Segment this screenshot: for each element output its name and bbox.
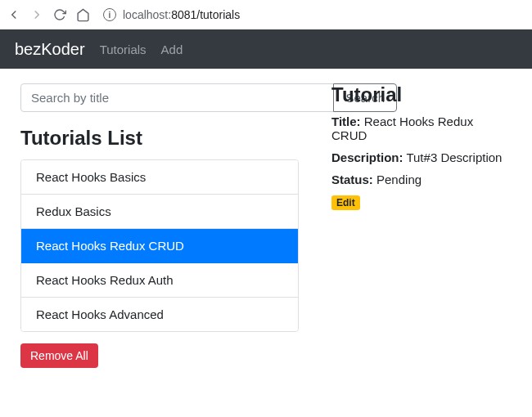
nav-link-tutorials[interactable]: Tutorials [100, 43, 147, 56]
list-item[interactable]: React Hooks Redux Auth [21, 263, 298, 298]
info-icon[interactable]: i [103, 8, 116, 21]
nav-link-add[interactable]: Add [161, 43, 183, 56]
description-value: Tut#3 Description [406, 150, 502, 164]
detail-heading: Tutorial [331, 83, 512, 106]
description-label: Description: [331, 150, 404, 164]
detail-status: Status: Pending [331, 173, 512, 186]
status-label: Status: [331, 173, 373, 186]
url-bar[interactable]: i localhost:8081/tutorials [103, 8, 525, 21]
title-label: Title: [331, 114, 361, 128]
reload-icon[interactable] [52, 7, 67, 22]
detail-title: Title: React Hooks Redux CRUD [331, 114, 512, 142]
status-value: Pending [376, 173, 422, 186]
home-icon[interactable] [75, 7, 90, 22]
url-text: localhost:8081/tutorials [123, 8, 240, 21]
list-item[interactable]: React Hooks Redux CRUD [21, 229, 298, 263]
forward-icon[interactable] [29, 7, 44, 22]
list-heading: Tutorials List [20, 127, 299, 150]
back-icon[interactable] [7, 7, 21, 22]
brand[interactable]: bezKoder [15, 40, 85, 59]
tutorials-list: React Hooks Basics Redux Basics React Ho… [20, 159, 299, 332]
list-item[interactable]: Redux Basics [21, 195, 298, 229]
remove-all-button[interactable]: Remove All [20, 343, 98, 368]
edit-button[interactable]: Edit [331, 195, 360, 210]
detail-description: Description: Tut#3 Description [331, 150, 512, 164]
list-item[interactable]: React Hooks Basics [21, 160, 298, 195]
search-input[interactable] [20, 83, 334, 112]
list-item[interactable]: React Hooks Advanced [21, 298, 298, 331]
app-navbar: bezKoder Tutorials Add [0, 29, 532, 69]
browser-toolbar: i localhost:8081/tutorials [0, 0, 532, 29]
